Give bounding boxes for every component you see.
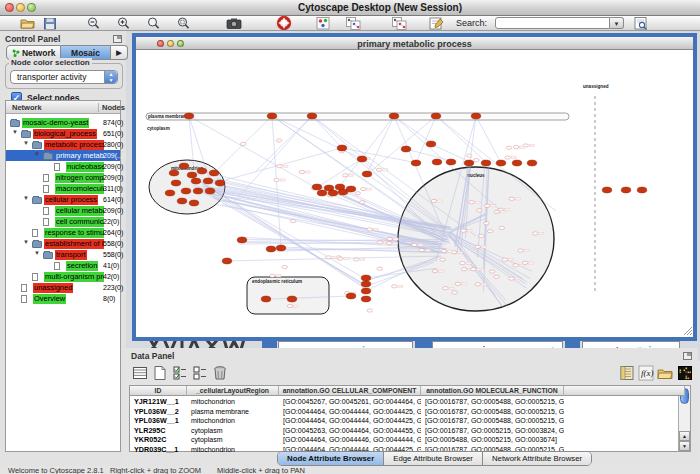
node-color-selection-label: Node color selection (9, 58, 92, 67)
open-file-icon[interactable] (20, 16, 36, 30)
tab-overflow-arrow[interactable]: ▶ (111, 45, 128, 60)
svg-text:f(x): f(x) (641, 368, 654, 378)
function-builder-icon[interactable]: f(x) (638, 365, 654, 381)
expand-triangle-icon[interactable]: ▼ (12, 129, 18, 135)
tree-row[interactable]: ▼cellular process614(0) (6, 194, 120, 205)
folder-icon (32, 197, 42, 204)
tree-row[interactable]: Overview8(0) (6, 293, 120, 304)
float-data-panel-icon[interactable] (683, 352, 692, 360)
folder-icon (32, 142, 42, 149)
tree-row[interactable]: ▼metabolic process280(0) (6, 139, 120, 150)
tree-row[interactable]: ▼transport558(0) (6, 249, 120, 260)
table-cell[interactable]: [GO:0016787, GO:0005488, GO:0005215, G..… (421, 416, 564, 426)
table-cell[interactable]: [GO:0044464, GO:0044446, GO:0044444, G..… (279, 435, 421, 445)
table-cell[interactable]: [GO:0016787, GO:0005215, GO:0003824, G..… (421, 426, 564, 436)
tree-row-label: biological_process (33, 129, 97, 139)
expand-triangle-icon[interactable]: ▼ (23, 140, 29, 146)
zoom-in-icon[interactable] (116, 16, 132, 30)
table-cell[interactable]: [GO:0044464, GO:0044444, GO:0044425, G..… (279, 416, 421, 426)
table-cell[interactable]: [GO:0016787, GO:0005488, GO:0005215, G..… (421, 397, 564, 407)
network-canvas[interactable]: plasma membranecytoplasmmitochondrionnuc… (136, 51, 693, 337)
table-cell[interactable]: YJR121W__1 (130, 397, 187, 407)
network-window-titlebar[interactable]: primary metabolic process (136, 37, 693, 50)
vizmapper-icon[interactable] (315, 16, 331, 30)
table-cell[interactable]: cytoplasm (187, 435, 279, 445)
table-cell[interactable]: [GO:0005488, GO:0005215, GO:0003674] (421, 435, 564, 445)
column-header[interactable]: _cellularLayoutRegion (187, 386, 279, 396)
table-cell[interactable]: YLR295C (130, 426, 187, 436)
attribute-editor-icon[interactable] (619, 365, 635, 381)
tree-row[interactable]: macromolecule311(0) (6, 183, 120, 194)
tree-header[interactable]: Network Nodes (6, 101, 120, 114)
import-attributes-icon[interactable] (657, 365, 673, 381)
tab-edge-attribute-browser[interactable]: Edge Attribute Browser (384, 452, 483, 466)
scroll-down-icon[interactable]: ▼ (679, 441, 690, 451)
zoom-button[interactable] (27, 3, 36, 12)
table-cell[interactable]: plasma membrane (187, 407, 279, 417)
new-attribute-icon[interactable] (152, 365, 168, 381)
zoom-fit-icon[interactable] (146, 16, 162, 30)
expand-triangle-icon[interactable]: ▼ (23, 239, 29, 245)
attribute-grid-icon[interactable] (132, 365, 148, 381)
folder-icon (32, 241, 42, 248)
dropdown-stepper-icon[interactable]: ▲▼ (104, 71, 117, 83)
table-cell[interactable]: [GO:0016787, GO:0005488, GO:0005215, G..… (421, 407, 564, 417)
tree-row[interactable]: ▼primary metabo209(... (6, 150, 120, 161)
column-header[interactable]: ID (130, 386, 187, 396)
tree-row-count: 558(0) (103, 240, 123, 247)
float-panel-icon[interactable] (113, 35, 122, 43)
tree-row[interactable]: secretion41(0) (6, 260, 120, 271)
expand-triangle-icon[interactable]: ▼ (34, 151, 40, 157)
table-cell[interactable]: mitochondrion (187, 397, 279, 407)
tree-row[interactable]: nitrogen compo209(0) (6, 172, 120, 183)
table-cell[interactable]: YPL036W__2 (130, 407, 187, 417)
svg-text:unassigned: unassigned (583, 84, 609, 89)
table-cell[interactable]: cytoplasm (187, 426, 279, 436)
table-cell[interactable]: [GO:0045267, GO:0045261, GO:0044464, G..… (279, 397, 421, 407)
tree-row-label: primary metabo (55, 151, 104, 161)
tree-row-label: unassigned (33, 283, 73, 293)
table-cell[interactable]: [GO:0045263, GO:0044464, GO:0044455, G..… (279, 426, 421, 436)
expand-triangle-icon[interactable]: ▼ (34, 250, 40, 256)
file-icon (43, 185, 49, 193)
save-icon[interactable] (42, 16, 58, 30)
tree-row[interactable]: response to stimulu264(0) (6, 227, 120, 238)
table-cell[interactable]: YPL036W__1 (130, 416, 187, 426)
column-header[interactable]: annotation.GO CELLULAR_COMPONENT (279, 386, 421, 396)
create-view-icon[interactable] (345, 16, 361, 30)
zoom-selected-icon[interactable] (176, 16, 192, 30)
destroy-view-icon[interactable] (391, 16, 407, 30)
tree-row[interactable]: cellular metabo209(0) (6, 205, 120, 216)
tree-row[interactable]: ▼establishment of lo558(0) (6, 238, 120, 249)
tree-row[interactable]: nucleobase-209(0) (6, 161, 120, 172)
attribute-matrix-icon[interactable] (677, 365, 693, 381)
table-cell[interactable]: YDR039C__1 (130, 445, 187, 455)
search-dropdown-arrow-icon[interactable]: ▼ (610, 17, 624, 29)
help-icon[interactable] (276, 16, 292, 30)
annotation-icon[interactable] (428, 16, 444, 30)
expand-triangle-icon[interactable]: ▼ (23, 195, 29, 201)
tree-row[interactable]: multi-organism pro42(0) (6, 271, 120, 282)
table-cell[interactable]: [GO:0044464, GO:0044444, GO:0044425, G..… (279, 407, 421, 417)
delete-attribute-icon[interactable] (212, 365, 228, 381)
tree-row[interactable]: mosaic-demo-yeast874(0) (6, 117, 120, 128)
node-color-dropdown[interactable]: transporter activity ▲▼ (10, 70, 118, 84)
tab-network-attribute-browser[interactable]: Network Attribute Browser (483, 452, 591, 466)
select-attributes-icon[interactable] (172, 365, 188, 381)
table-cell[interactable]: mitochondrion (187, 416, 279, 426)
minimize-button[interactable] (16, 3, 25, 12)
close-button[interactable] (5, 3, 14, 12)
zoom-out-icon[interactable] (86, 16, 102, 30)
tree-row[interactable]: cell communicat22(0) (6, 216, 120, 227)
advanced-search-icon[interactable] (633, 16, 649, 30)
unselect-attributes-icon[interactable] (192, 365, 208, 381)
column-header[interactable]: annotation.GO MOLECULAR_FUNCTION (421, 386, 564, 396)
tab-node-attribute-browser[interactable]: Node Attribute Browser (278, 452, 384, 466)
table-cell[interactable]: mitochondrion (187, 445, 279, 455)
search-input[interactable] (495, 17, 610, 29)
snapshot-icon[interactable] (226, 16, 242, 30)
tree-row[interactable]: ▼biological_process651(0) (6, 128, 120, 139)
table-cell[interactable]: YKR052C (130, 435, 187, 445)
scroll-up-icon[interactable]: ▲ (679, 431, 690, 441)
tree-row[interactable]: unassigned223(0) (6, 282, 120, 293)
